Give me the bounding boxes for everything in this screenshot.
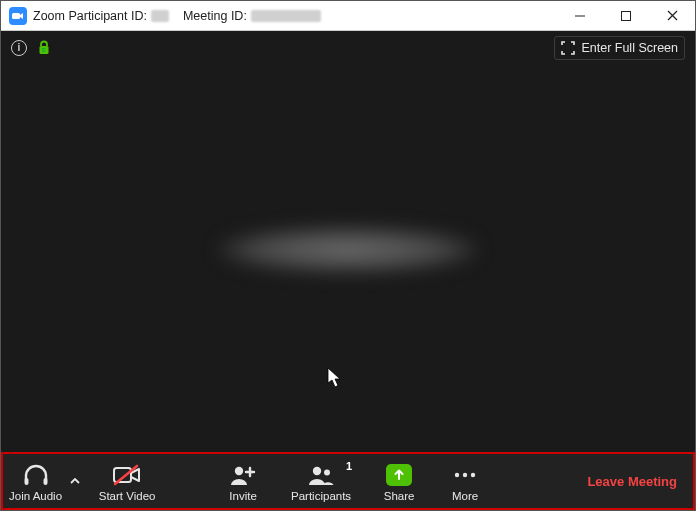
svg-point-14 [455, 473, 459, 477]
meeting-id-label: Meeting ID: [183, 9, 247, 23]
participants-label: Participants [291, 490, 351, 502]
more-icon [453, 463, 477, 487]
svg-text:E: E [42, 47, 46, 53]
video-camera-off-icon [112, 463, 142, 487]
audio-options-caret[interactable] [66, 454, 84, 508]
video-area [1, 65, 695, 452]
more-button[interactable]: More [432, 454, 498, 508]
svg-rect-0 [12, 13, 20, 19]
window-title: Zoom Participant ID: Meeting ID: [33, 9, 321, 23]
meeting-info-bar: i E Enter Full Screen [1, 31, 695, 65]
participants-icon [306, 463, 336, 487]
zoom-window: Zoom Participant ID: Meeting ID: i E Ent… [0, 0, 696, 511]
participants-button[interactable]: 1 Participants [276, 454, 366, 508]
svg-point-15 [463, 473, 467, 477]
svg-rect-7 [24, 478, 28, 485]
fullscreen-icon [561, 41, 575, 55]
title-bar: Zoom Participant ID: Meeting ID: [1, 1, 695, 31]
encryption-lock-icon[interactable]: E [37, 40, 51, 56]
svg-rect-2 [622, 11, 631, 20]
share-button[interactable]: Share [366, 454, 432, 508]
participant-id-value-redacted [151, 10, 169, 22]
svg-rect-9 [114, 468, 131, 482]
more-label: More [452, 490, 478, 502]
invite-label: Invite [229, 490, 257, 502]
svg-point-13 [324, 470, 330, 476]
svg-point-16 [471, 473, 475, 477]
share-label: Share [384, 490, 415, 502]
svg-point-11 [235, 467, 243, 475]
participants-count: 1 [346, 460, 352, 472]
start-video-button[interactable]: Start Video [84, 454, 170, 508]
participant-id-label: Zoom Participant ID: [33, 9, 147, 23]
invite-button[interactable]: Invite [210, 454, 276, 508]
meeting-id-value-redacted [251, 10, 321, 22]
fullscreen-label: Enter Full Screen [581, 41, 678, 55]
window-maximize-button[interactable] [603, 1, 649, 31]
mouse-cursor-icon [327, 367, 343, 389]
window-close-button[interactable] [649, 1, 695, 31]
join-audio-label: Join Audio [9, 490, 62, 502]
chevron-up-icon [70, 478, 80, 484]
svg-point-12 [313, 467, 321, 475]
leave-meeting-button[interactable]: Leave Meeting [571, 454, 693, 508]
zoom-app-icon [9, 7, 27, 25]
svg-rect-8 [43, 478, 47, 485]
headphones-icon [22, 463, 50, 487]
window-minimize-button[interactable] [557, 1, 603, 31]
invite-icon [229, 463, 257, 487]
meeting-info-icon[interactable]: i [11, 40, 27, 56]
meeting-toolbar: Join Audio Start Video Invite 1 Particip… [1, 452, 695, 510]
leave-meeting-label: Leave Meeting [587, 474, 677, 489]
share-screen-icon [386, 464, 412, 486]
join-audio-button[interactable]: Join Audio [3, 454, 66, 508]
enter-fullscreen-button[interactable]: Enter Full Screen [554, 36, 685, 60]
start-video-label: Start Video [99, 490, 156, 502]
participant-name-redacted [218, 226, 478, 272]
